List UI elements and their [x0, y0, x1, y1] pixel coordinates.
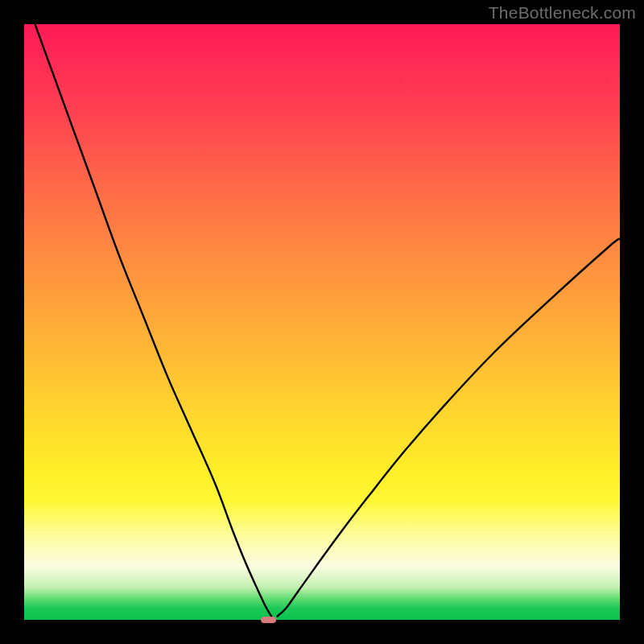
curve-right-branch	[278, 238, 621, 616]
optimum-marker	[261, 617, 276, 624]
chart-frame: TheBottleneck.com	[0, 0, 644, 644]
curve-left-branch	[24, 0, 271, 617]
watermark-text: TheBottleneck.com	[489, 3, 636, 23]
gradient-plot-area	[24, 24, 620, 620]
bottleneck-curve	[24, 24, 620, 620]
